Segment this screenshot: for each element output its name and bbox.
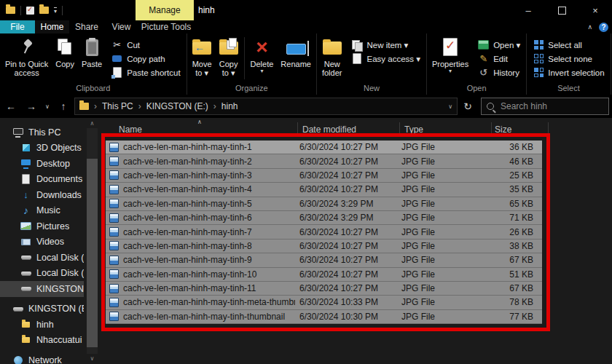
file-name: cach-ve-len-man-hinh-may-tinh-11: [123, 283, 256, 293]
address-dropdown-icon[interactable]: ∨: [448, 103, 452, 110]
file-name-cell: cach-ve-len-man-hinh-may-tinh-5: [106, 199, 295, 209]
file-row[interactable]: cach-ve-len-man-hinh-may-tinh-16/30/2024…: [106, 141, 542, 154]
paste-button[interactable]: Paste: [78, 33, 106, 68]
group-label: Open: [428, 83, 525, 95]
delete-button[interactable]: ×Delete▾: [247, 33, 278, 74]
close-button[interactable]: ×: [578, 0, 612, 20]
select-all-button[interactable]: Select all: [534, 39, 604, 50]
tab-file[interactable]: File: [0, 20, 35, 33]
file-type: JPG File: [397, 213, 489, 223]
refresh-icon[interactable]: ↻: [458, 100, 478, 112]
customize-qat-icon[interactable]: ▾: [54, 7, 57, 14]
sidebar-item-desktop[interactable]: Desktop: [0, 156, 84, 172]
button-label: Cut: [127, 41, 140, 50]
recent-locations-icon[interactable]: ∨: [41, 103, 54, 110]
sidebar-item-downloads[interactable]: Downloads: [0, 187, 84, 203]
collapse-ribbon-icon[interactable]: ∧: [587, 23, 592, 31]
sidebar-item-nhaccuatui[interactable]: Nhaccuatui: [0, 333, 84, 349]
jpg-file-icon: [109, 170, 119, 180]
file-row[interactable]: cach-ve-len-man-hinh-may-tinh-66/30/2024…: [106, 211, 542, 225]
file-name: cach-ve-len-man-hinh-may-tinh-7: [123, 227, 252, 237]
tab-picture-tools[interactable]: Picture Tools: [138, 20, 194, 33]
scroll-up-icon[interactable]: ∧: [84, 120, 101, 127]
sidebar-item-documents[interactable]: Documents: [0, 172, 84, 188]
sidebar-item-kingston-e[interactable]: KINGSTON (E:): [0, 281, 84, 297]
pin-to-quick-access-button[interactable]: Pin to Quick access: [1, 33, 52, 78]
jpg-file-icon: [109, 143, 119, 152]
file-list-area[interactable]: Name∧Date modifiedTypeSize cach-ve-len-m…: [101, 118, 612, 364]
copy-button[interactable]: Copy: [52, 33, 78, 68]
minimize-button[interactable]: –: [511, 0, 545, 20]
file-type: JPG File: [397, 269, 489, 280]
cut-button[interactable]: Cut: [111, 39, 181, 50]
file-date-modified: 6/30/2024 10:27 PM: [295, 283, 397, 293]
invert-selection-button[interactable]: Invert selection: [534, 67, 604, 78]
properties-button[interactable]: Properties▾: [428, 33, 472, 74]
breadcrumb-hinh[interactable]: hinh: [221, 101, 238, 111]
breadcrumb-kingston-e[interactable]: KINGSTON (E:): [146, 101, 208, 111]
tab-home[interactable]: Home: [35, 20, 69, 33]
sidebar-item-kingston-e[interactable]: KINGSTON (E:): [0, 301, 84, 317]
scrollbar-thumb[interactable]: [87, 159, 98, 347]
sidebar-item-3d-objects[interactable]: 3D Objects: [0, 141, 84, 157]
easyaccess-icon: [351, 54, 362, 64]
sidebar-item-local-disk-c[interactable]: Local Disk (C:): [0, 250, 84, 266]
new-folder-qat-icon[interactable]: [39, 7, 49, 14]
select-none-button[interactable]: Select none: [534, 53, 604, 64]
paste-shortcut-button[interactable]: Paste shortcut: [111, 67, 181, 78]
forward-icon[interactable]: →: [22, 100, 41, 112]
history-button[interactable]: History: [478, 67, 520, 78]
search-input[interactable]: [499, 100, 603, 112]
file-row[interactable]: cach-ve-len-man-hinh-may-tinh-thumbnail6…: [106, 310, 542, 324]
group-label: Organize: [189, 83, 315, 95]
new-folder-button[interactable]: New folder: [318, 33, 346, 78]
properties-qat-icon[interactable]: [26, 7, 34, 15]
copy-to-button[interactable]: Copy to ▾: [216, 33, 242, 78]
file-row[interactable]: cach-ve-len-man-hinh-may-tinh-meta-thumb…: [106, 296, 542, 309]
sidebar-item-local-disk-d[interactable]: Local Disk (D:): [0, 266, 84, 282]
breadcrumb-this-pc[interactable]: This PC: [102, 101, 133, 111]
sidebar-item-pictures[interactable]: Pictures: [0, 218, 84, 234]
up-icon[interactable]: ↑: [54, 100, 73, 112]
tab-view[interactable]: View: [104, 20, 138, 33]
sidebar-item-this-pc[interactable]: This PC: [0, 124, 84, 141]
tab-share[interactable]: Share: [69, 20, 104, 33]
file-row[interactable]: cach-ve-len-man-hinh-may-tinh-106/30/202…: [106, 268, 542, 282]
new-item-button[interactable]: New item ▾: [351, 39, 420, 50]
file-row[interactable]: cach-ve-len-man-hinh-may-tinh-116/30/202…: [106, 282, 542, 296]
file-row[interactable]: cach-ve-len-man-hinh-may-tinh-96/30/2024…: [106, 253, 542, 267]
file-row[interactable]: cach-ve-len-man-hinh-may-tinh-86/30/2024…: [106, 240, 542, 253]
edit-button[interactable]: Edit: [478, 53, 520, 64]
sidebar-item-network[interactable]: Network: [0, 352, 84, 364]
open-button[interactable]: Open ▾: [478, 39, 520, 50]
sidebar-item-videos[interactable]: Videos: [0, 234, 84, 250]
address-bar[interactable]: ›This PC›KINGSTON (E:)›hinh∨: [74, 98, 458, 115]
sidebar-item-hinh[interactable]: hinh: [0, 317, 84, 333]
tab-manage[interactable]: Manage: [136, 0, 194, 20]
maximize-button[interactable]: [545, 0, 578, 20]
navigation-bar: ← → ∨ ↑ ›This PC›KINGSTON (E:)›hinh∨ ↻: [0, 95, 612, 119]
column-header-type[interactable]: Type: [400, 122, 492, 137]
sidebar-item-music[interactable]: Music: [0, 203, 84, 219]
file-row[interactable]: cach-ve-len-man-hinh-may-tinh-76/30/2024…: [106, 225, 542, 239]
column-header-size[interactable]: Size: [492, 122, 549, 137]
file-row[interactable]: cach-ve-len-man-hinh-may-tinh-26/30/2024…: [106, 154, 542, 168]
scroll-down-icon[interactable]: ∨: [84, 355, 101, 362]
easy-access-button[interactable]: Easy access ▾: [351, 53, 420, 64]
help-icon[interactable]: ?: [599, 23, 608, 32]
file-row[interactable]: cach-ve-len-man-hinh-may-tinh-46/30/2024…: [106, 183, 542, 197]
button-label: Paste: [82, 60, 102, 68]
title-bar: ▾ Manage hinh – ×: [0, 0, 612, 20]
jpg-file-icon: [109, 227, 119, 237]
file-row[interactable]: cach-ve-len-man-hinh-may-tinh-56/30/2024…: [106, 197, 542, 211]
move-to-button[interactable]: ←Move to ▾: [189, 33, 216, 78]
rename-button[interactable]: Rename: [277, 33, 315, 68]
column-header-date-modified[interactable]: Date modified: [298, 122, 400, 137]
file-row[interactable]: cach-ve-len-man-hinh-may-tinh-36/30/2024…: [106, 169, 542, 183]
back-icon[interactable]: ←: [0, 100, 22, 112]
copy-path-button[interactable]: Copy path: [111, 53, 181, 64]
file-name-cell: cach-ve-len-man-hinh-may-tinh-thumbnail: [106, 312, 295, 322]
address-folder-icon[interactable]: [79, 103, 89, 110]
column-header-name[interactable]: Name∧: [106, 122, 298, 137]
explorer-icon[interactable]: [6, 7, 15, 14]
